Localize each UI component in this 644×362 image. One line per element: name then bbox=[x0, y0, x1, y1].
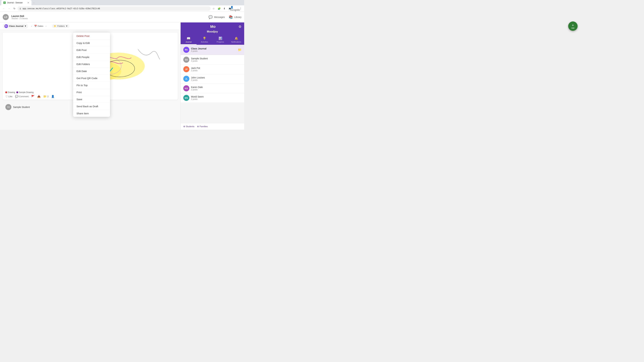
context-menu-get-qr[interactable]: Get Post QR Code bbox=[73, 75, 110, 82]
folder-count: 2 bbox=[47, 95, 48, 98]
student-list-item-1[interactable]: JP Jack Pot 2 posts bbox=[180, 64, 244, 74]
content-area: Mo Class Journal ▼ ‹ 📅 Dates › 📁 Folders… bbox=[0, 22, 180, 130]
calendar-icon: 📅 bbox=[34, 25, 37, 27]
folder-icon: 📁 bbox=[54, 25, 56, 27]
context-menu-share-item[interactable]: Share Item bbox=[73, 110, 110, 117]
student-list-item-2[interactable]: JL John Louises 2 posts bbox=[180, 74, 244, 84]
journal-toolbar: Mo Class Journal ▼ ‹ 📅 Dates › 📁 Folders… bbox=[0, 22, 180, 30]
tab-close-button[interactable]: ✕ bbox=[27, 1, 30, 4]
folder-button[interactable]: 📁 2 bbox=[43, 95, 48, 98]
journal-tab-icon: 📖 bbox=[187, 36, 190, 40]
top-nav: LD Lauren Deli Teacher - 2 Classes 💬 Mes… bbox=[0, 12, 244, 22]
student-list-item-3[interactable]: KD Karen Dale 2 posts bbox=[180, 84, 244, 93]
context-menu-send-back[interactable]: Send Back as Draft bbox=[73, 103, 110, 110]
folders-label: Folders bbox=[57, 25, 64, 27]
menu-button[interactable]: ⋮ bbox=[238, 6, 243, 11]
context-menu-edit-folders[interactable]: Edit Folders bbox=[73, 61, 110, 68]
reload-button[interactable]: ↻ bbox=[12, 6, 17, 11]
student-list-item[interactable]: SS Sample Student 3 posts bbox=[180, 55, 244, 64]
tag-dot-2 bbox=[16, 91, 18, 93]
students-button[interactable]: ⊕ Students bbox=[183, 125, 194, 128]
notifications-tab-icon: 🔔 bbox=[234, 36, 238, 40]
library-icon: 📚 bbox=[229, 15, 233, 19]
address-bar[interactable] bbox=[18, 6, 211, 11]
sidebar-tabs: 📖 Journal 💡 Activities 📊 Progress 🔔 Noti… bbox=[180, 35, 244, 45]
next-date-button[interactable]: › bbox=[44, 24, 48, 28]
settings-icon[interactable]: ⚙ bbox=[238, 25, 242, 29]
prev-date-button[interactable]: ‹ bbox=[30, 24, 34, 28]
folders-selector[interactable]: 📁 Folders ▼ bbox=[52, 24, 70, 28]
sample-drawing-tag[interactable]: Sample Drawing bbox=[16, 91, 34, 93]
context-menu-edit-post[interactable]: Edit Post bbox=[73, 46, 110, 54]
class-journal-item[interactable]: Mo Class Journal 3 posts 📁 bbox=[180, 45, 244, 55]
tab-journal[interactable]: 📖 Journal bbox=[180, 35, 196, 45]
back-button[interactable]: ← bbox=[1, 6, 6, 11]
tab-favicon: S bbox=[3, 1, 6, 4]
tab-progress[interactable]: 📊 Progress bbox=[212, 35, 228, 45]
lock-icon bbox=[19, 7, 22, 10]
like-label: Like bbox=[8, 95, 12, 98]
student-list-info-3: Karen Dale 2 posts bbox=[191, 86, 242, 91]
activities-tab-label: Activities bbox=[201, 41, 208, 43]
context-menu-edit-date[interactable]: Edit Date bbox=[73, 68, 110, 75]
families-button[interactable]: ⊕ Families bbox=[197, 125, 208, 128]
new-tab-button[interactable]: + bbox=[32, 1, 36, 5]
student-list-info-1: Jack Pot 2 posts bbox=[191, 67, 242, 72]
context-menu: Delete Post Copy & Edit Edit Post Edit P… bbox=[73, 32, 110, 117]
context-menu-save[interactable]: Save bbox=[73, 96, 110, 103]
user-role: Teacher - 2 Classes bbox=[12, 17, 28, 19]
context-menu-edit-people[interactable]: Edit People bbox=[73, 54, 110, 61]
sidebar-bottom: ⊕ Students ⊕ Families bbox=[180, 123, 244, 130]
forward-button[interactable]: → bbox=[7, 6, 12, 11]
library-nav-item[interactable]: 📚 Library bbox=[229, 15, 242, 19]
tag-dot bbox=[5, 91, 7, 93]
student-list-name-1: Jack Pot bbox=[191, 67, 242, 69]
url-input[interactable] bbox=[22, 7, 209, 10]
student-list-posts-3: 2 posts bbox=[191, 88, 242, 91]
student-list-avatar-3: KD bbox=[183, 85, 189, 91]
right-sidebar: Mo ⚙ Moodjoy 📖 Journal 💡 Activities 📊 bbox=[180, 22, 244, 130]
person-button[interactable]: 👤 bbox=[51, 95, 54, 98]
student-list-avatar-4: MS bbox=[183, 95, 189, 101]
app-container: LD Lauren Deli Teacher - 2 Classes 💬 Mes… bbox=[0, 12, 244, 130]
student-name: Sample Student bbox=[13, 106, 30, 108]
browser-tab[interactable]: S Journal - Seesaw ✕ bbox=[1, 0, 32, 5]
like-button[interactable]: ♡ Like bbox=[5, 95, 12, 98]
dates-selector[interactable]: 📅 Dates bbox=[34, 25, 43, 27]
share-button[interactable]: 📤 bbox=[37, 95, 40, 98]
user-info: Lauren Deli Teacher - 2 Classes bbox=[12, 15, 28, 19]
download-button[interactable]: ⬇ bbox=[222, 6, 227, 11]
sidebar-username: Mo bbox=[210, 24, 216, 29]
journal-dropdown-icon: ▼ bbox=[24, 25, 26, 27]
sidebar-content[interactable]: Mo Class Journal 3 posts 📁 SS Sample Stu… bbox=[180, 45, 244, 123]
tab-notifications[interactable]: 🔔 Notifications bbox=[228, 35, 244, 45]
profile-button[interactable]: 👤 Incognito bbox=[233, 6, 238, 11]
mo-badge: Mo bbox=[4, 24, 8, 28]
student-list-item-4[interactable]: MS Mordi Seem 2 posts bbox=[180, 93, 244, 103]
folder-icon-action: 📁 bbox=[43, 95, 46, 98]
sidebar-header: Mo ⚙ Moodjoy bbox=[180, 22, 244, 35]
context-menu-delete[interactable]: Delete Post bbox=[73, 32, 110, 39]
messages-nav-item[interactable]: 💬 Messages bbox=[208, 15, 225, 19]
student-list-posts-1: 2 posts bbox=[191, 69, 242, 72]
flag-button[interactable]: 🚩 bbox=[31, 95, 34, 98]
tab-activities[interactable]: 💡 Activities bbox=[196, 35, 212, 45]
svg-point-0 bbox=[20, 9, 20, 9]
context-menu-copy-edit[interactable]: Copy & Edit bbox=[73, 39, 110, 46]
context-menu-pin-top[interactable]: Pin to Top bbox=[73, 82, 110, 89]
families-plus-icon: ⊕ bbox=[197, 125, 199, 128]
class-journal-selector[interactable]: Mo Class Journal ▼ bbox=[3, 24, 28, 29]
user-name: Lauren Deli bbox=[12, 15, 28, 17]
comment-button[interactable]: 💬 Comment bbox=[15, 95, 28, 98]
tag-label: Drawing bbox=[8, 91, 15, 93]
drawing-tag[interactable]: Drawing bbox=[5, 91, 15, 93]
cj-title: Class Journal bbox=[191, 47, 236, 50]
extension-button[interactable]: 🧩 bbox=[217, 6, 221, 11]
students-label: Students bbox=[186, 125, 194, 128]
share-icon: 📤 bbox=[37, 95, 40, 98]
context-menu-print[interactable]: Print bbox=[73, 89, 110, 96]
person-icon: 👤 bbox=[51, 95, 54, 98]
cj-posts: 3 posts bbox=[191, 50, 236, 52]
bookmark-button[interactable]: ☆ bbox=[211, 6, 216, 11]
heart-icon: ♡ bbox=[5, 95, 8, 98]
